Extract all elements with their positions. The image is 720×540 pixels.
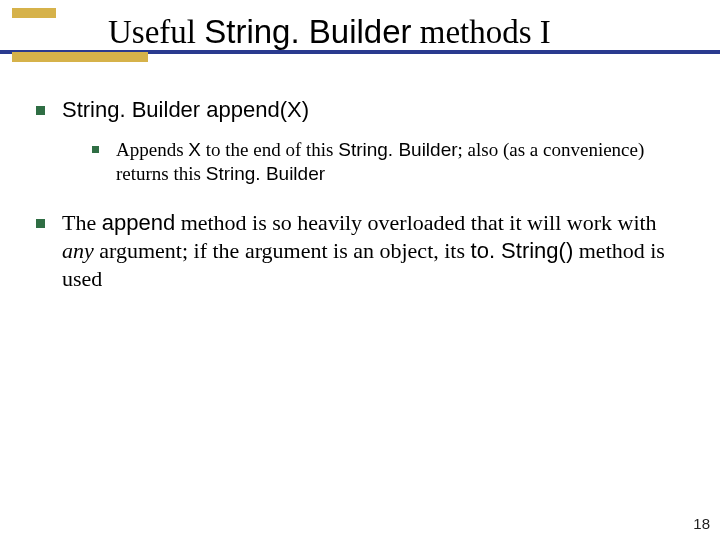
title-text-2: String. Builder bbox=[204, 13, 411, 50]
title-text-1: Useful bbox=[108, 14, 204, 50]
title-text-3: methods I bbox=[412, 14, 551, 50]
square-bullet-icon bbox=[92, 146, 99, 153]
b1s-t1: Appends bbox=[116, 139, 188, 160]
slide: Useful String. Builder methods I String.… bbox=[0, 0, 720, 540]
b2-t3: method is so heavily overloaded that it … bbox=[175, 210, 656, 235]
b2-t2: append bbox=[102, 210, 175, 235]
b2-t4: any bbox=[62, 238, 94, 263]
title-area: Useful String. Builder methods I bbox=[0, 8, 720, 68]
b1s-t6: String. Builder bbox=[206, 163, 325, 184]
bullet-lvl1-1: String. Builder append(X) Appends X to t… bbox=[36, 96, 684, 187]
square-bullet-icon bbox=[36, 106, 45, 115]
title-accent-gold-bottom bbox=[12, 52, 148, 62]
title-accent-gold-top bbox=[12, 8, 56, 18]
b1s-t2: X bbox=[188, 139, 201, 160]
bullet-lvl1-2: The append method is so heavily overload… bbox=[36, 209, 684, 293]
b1s-t4: String. Builder bbox=[338, 139, 457, 160]
bullet-lvl2-1: Appends X to the end of this String. Bui… bbox=[62, 138, 684, 187]
page-number: 18 bbox=[693, 515, 710, 532]
b2-t6: to. String() bbox=[471, 238, 574, 263]
b2-t1: The bbox=[62, 210, 102, 235]
square-bullet-icon bbox=[36, 219, 45, 228]
b2-t5: argument; if the argument is an object, … bbox=[94, 238, 471, 263]
slide-title: Useful String. Builder methods I bbox=[108, 14, 551, 50]
bullet1-text: String. Builder append(X) bbox=[62, 97, 309, 122]
b1s-t3: to the end of this bbox=[201, 139, 338, 160]
slide-body: String. Builder append(X) Appends X to t… bbox=[36, 96, 684, 307]
